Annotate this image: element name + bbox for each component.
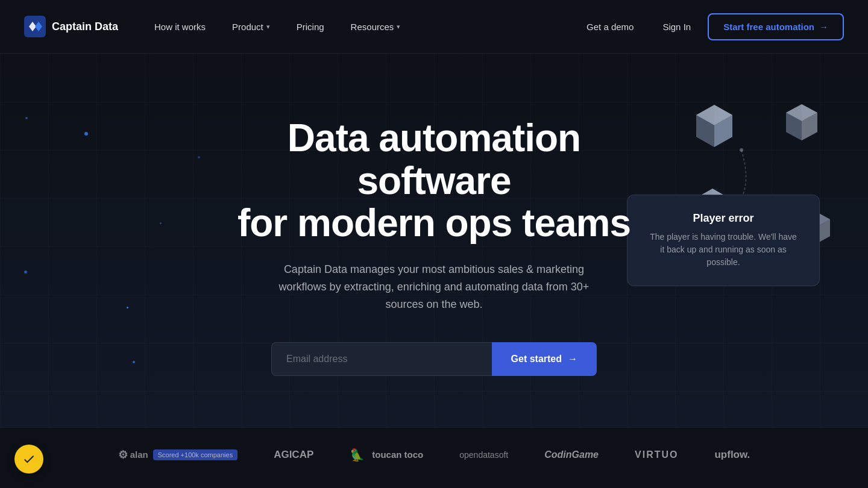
- nav-pricing[interactable]: Pricing: [285, 17, 336, 37]
- get-started-button[interactable]: Get started →: [492, 342, 597, 376]
- chat-icon: [22, 452, 36, 466]
- logo-codingame: CodinGame: [544, 449, 599, 460]
- hero-form: Get started →: [271, 342, 597, 376]
- nav-right-actions: Get a demo Sign In Start free automation…: [574, 13, 844, 40]
- nav-product[interactable]: Product ▾: [220, 17, 282, 37]
- cube-decoration-2: [784, 102, 820, 145]
- start-free-automation-button[interactable]: Start free automation →: [708, 13, 844, 40]
- cube-decoration-1: [693, 102, 735, 152]
- player-error-card: Player error The player is having troubl…: [627, 195, 820, 286]
- arrow-right-icon: →: [568, 354, 577, 364]
- chevron-down-icon: ▾: [397, 23, 400, 31]
- nav-how-it-works[interactable]: How it works: [142, 17, 218, 37]
- chevron-down-icon: ▾: [266, 23, 270, 31]
- svg-point-21: [740, 148, 743, 152]
- logo-virtuo: VIRTUO: [635, 449, 678, 460]
- nav-links: How it works Product ▾ Pricing Resources…: [142, 17, 574, 37]
- get-demo-button[interactable]: Get a demo: [574, 16, 646, 38]
- hero-section: Player error The player is having troubl…: [0, 54, 868, 427]
- logo-toucan-toco: 🦜 toucan toco: [350, 448, 423, 462]
- alan-badge: Scored +100k companies: [153, 449, 237, 460]
- logo[interactable]: Captain Data: [24, 16, 118, 37]
- logo-icon: [24, 16, 46, 37]
- toucan-icon: 🦜: [350, 448, 365, 462]
- arrow-right-icon: →: [819, 22, 828, 32]
- logo-agicap: AGICAP: [274, 449, 313, 461]
- player-error-message: The player is having trouble. We'll have…: [649, 231, 797, 269]
- logos-section: ⚙ alan Scored +100k companies AGICAP 🦜 t…: [0, 427, 868, 481]
- player-error-area: Player error The player is having troubl…: [627, 195, 820, 286]
- hero-content: Data automation software for modern ops …: [223, 117, 645, 376]
- email-input[interactable]: [271, 342, 492, 376]
- nav-resources[interactable]: Resources ▾: [339, 17, 413, 37]
- sign-in-button[interactable]: Sign In: [650, 16, 703, 38]
- chat-button[interactable]: [14, 445, 43, 474]
- hero-subtitle: Captain Data manages your most ambitious…: [259, 261, 609, 313]
- logo-upflow: upflow.: [714, 449, 750, 461]
- hero-title: Data automation software for modern ops …: [223, 117, 645, 244]
- player-error-title: Player error: [649, 212, 797, 225]
- logo-opendatasoft: opendatasoft: [459, 450, 508, 460]
- navbar: Captain Data How it works Product ▾ Pric…: [0, 0, 868, 54]
- logo-text: Captain Data: [52, 20, 118, 33]
- logo-alan: ⚙ alan Scored +100k companies: [118, 448, 237, 461]
